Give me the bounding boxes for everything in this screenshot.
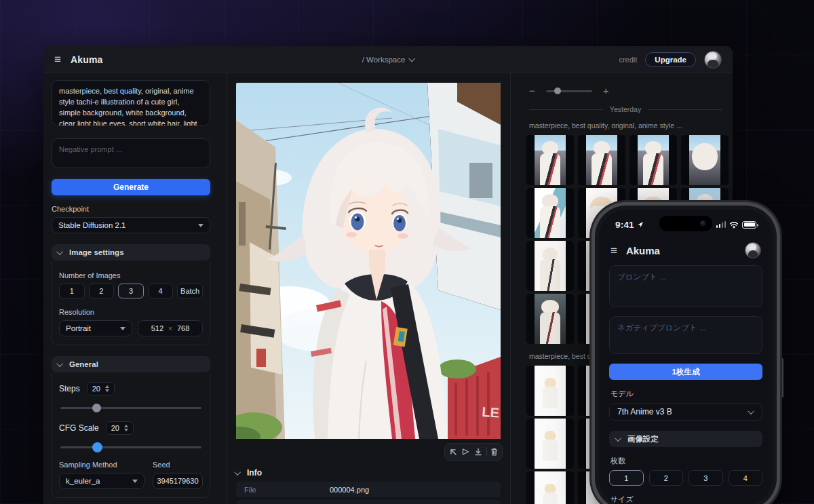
image-count-button[interactable]: 2 <box>89 284 115 298</box>
delete-icon[interactable] <box>490 447 499 457</box>
steps-stepper[interactable]: 20 <box>87 382 115 395</box>
history-thumbnail[interactable] <box>681 135 729 185</box>
chevron-down-icon <box>234 469 241 476</box>
slider-thumb[interactable] <box>92 442 102 452</box>
resolution-mode-select[interactable]: Portrait <box>59 320 132 336</box>
negative-prompt-input[interactable] <box>52 138 210 168</box>
image-settings-header[interactable]: Image settings <box>52 244 210 260</box>
history-thumbnail[interactable] <box>526 188 574 238</box>
thumbnail-image <box>535 471 566 504</box>
download-icon[interactable] <box>473 447 483 457</box>
caret-down-icon <box>120 327 125 330</box>
chevron-down-icon <box>56 360 63 367</box>
thumbnail-image <box>535 419 566 469</box>
zoom-in-button[interactable]: + <box>603 85 609 96</box>
history-thumbnail[interactable] <box>526 366 574 416</box>
zoom-out-button[interactable]: − <box>529 85 535 96</box>
slider-track <box>60 407 201 409</box>
cfg-stepper[interactable]: 20 <box>106 421 134 435</box>
generated-image[interactable]: LE <box>236 83 501 439</box>
caret-down-icon <box>198 224 204 227</box>
thumbnail-image <box>689 135 720 185</box>
phone-prompt-input[interactable]: プロンプト ... <box>609 265 762 307</box>
file-label: File <box>236 486 330 494</box>
count-label: Number of Images <box>59 271 203 279</box>
resolution-width: 512 <box>151 324 163 332</box>
phone-count-button[interactable]: 3 <box>689 470 723 486</box>
thumbnail-image <box>535 188 566 238</box>
generate-button[interactable]: Generate <box>52 179 210 195</box>
cfg-value: 20 <box>111 424 119 432</box>
dynamic-island <box>659 216 712 231</box>
stepper-arrows-icon[interactable] <box>105 385 109 392</box>
phone-count-button[interactable]: 2 <box>649 470 684 486</box>
phone-screen: 9:41 ≡ Akuma プロンプト ... ネガティブプロンプト ... 1枚… <box>599 210 773 504</box>
info-section-header[interactable]: Info <box>236 468 262 478</box>
prompt-input[interactable]: masterpiece, best quality, original, ani… <box>52 80 210 126</box>
resolution-size[interactable]: 512 × 768 <box>138 320 203 336</box>
history-thumbnail[interactable] <box>526 241 574 291</box>
phone-size-label: サイズ <box>610 495 761 504</box>
phone-count-button[interactable]: 4 <box>729 470 763 486</box>
general-header[interactable]: General <box>52 356 210 372</box>
phone-image-settings-title: 画像設定 <box>627 434 659 444</box>
history-thumbnail[interactable] <box>526 135 574 185</box>
chevron-down-icon <box>56 248 63 255</box>
history-date-label: Yesterday <box>610 105 641 113</box>
slider-thumb[interactable] <box>554 88 561 94</box>
location-arrow-icon <box>637 221 644 228</box>
sampling-value: k_euler_a <box>66 477 132 485</box>
user-avatar[interactable] <box>704 51 722 69</box>
phone-negative-prompt-input[interactable]: ネガティブプロンプト ... <box>609 316 762 354</box>
upgrade-button[interactable]: Upgrade <box>645 52 696 67</box>
phone-count-button[interactable]: 1 <box>609 470 644 486</box>
seed-input[interactable] <box>153 473 203 489</box>
phone-generate-button[interactable]: 1枚生成 <box>609 364 762 380</box>
history-thumbnail[interactable] <box>578 135 625 185</box>
history-thumbnail[interactable] <box>629 135 677 185</box>
history-thumbnail[interactable] <box>526 419 574 469</box>
phone-user-avatar[interactable] <box>745 242 761 258</box>
image-count-button[interactable]: 4 <box>148 284 174 298</box>
slider-track <box>60 446 201 448</box>
resolution-height: 768 <box>177 324 189 332</box>
image-count-button[interactable]: Batch <box>177 284 203 298</box>
info-generation-type-row: Generation type text-to-image <box>236 500 501 504</box>
history-thumbnail[interactable] <box>526 471 574 504</box>
checkpoint-select[interactable]: Stable Diffusion 2.1 <box>52 217 210 233</box>
image-settings-title: Image settings <box>69 248 124 256</box>
thumbnail-image <box>638 135 669 185</box>
phone-model-select[interactable]: 7th Anime v3 B <box>609 403 762 421</box>
thumbnail-image <box>586 135 617 185</box>
history-prompt-caption: masterpiece, best quality, original, ani… <box>529 121 722 130</box>
stepper-arrows-icon[interactable] <box>124 425 128 431</box>
phone-body: プロンプト ... ネガティブプロンプト ... 1枚生成 モデル 7th An… <box>609 265 762 504</box>
send-icon[interactable] <box>461 447 470 457</box>
app-title: Akuma <box>71 54 103 65</box>
image-count-button[interactable]: 3 <box>118 284 144 298</box>
phone-image-settings-header[interactable]: 画像設定 <box>609 431 762 447</box>
thumbnail-image <box>535 294 566 344</box>
image-count-group: 1234Batch <box>59 284 203 298</box>
divider <box>486 447 487 457</box>
phone-model-value: 7th Anime v3 B <box>617 407 750 416</box>
slider-thumb[interactable] <box>92 404 101 412</box>
breadcrumb[interactable]: / Workspace <box>362 56 414 64</box>
image-count-button[interactable]: 1 <box>59 284 85 298</box>
phone-time: 9:41 <box>615 220 644 230</box>
thumbnail-size-slider[interactable] <box>546 87 592 95</box>
cfg-slider[interactable] <box>59 442 203 452</box>
history-thumbnail[interactable] <box>526 294 574 344</box>
cfg-label: CFG Scale <box>59 423 99 433</box>
image-toolbar <box>444 443 503 461</box>
phone-count-group: 1234 <box>609 470 762 486</box>
phone-power-button <box>781 358 783 398</box>
sampling-select[interactable]: k_euler_a <box>59 473 144 489</box>
menu-icon[interactable]: ≡ <box>54 54 61 65</box>
steps-slider[interactable] <box>59 402 203 413</box>
sampling-label: Sampling Method <box>59 461 144 469</box>
general-body: Steps 20 CFG Scale 20 <box>52 372 210 498</box>
open-arrow-icon[interactable] <box>448 447 458 457</box>
menu-icon[interactable]: ≡ <box>610 245 617 256</box>
phone-count-label: 枚数 <box>610 456 761 466</box>
